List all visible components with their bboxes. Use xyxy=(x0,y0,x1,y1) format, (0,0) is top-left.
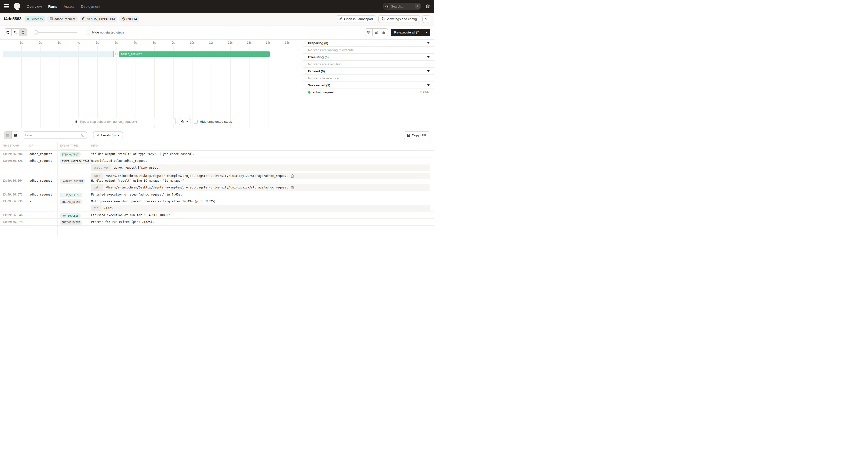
col-header-timestamp[interactable]: TIMESTAMP xyxy=(0,144,27,147)
funnel-icon xyxy=(96,134,99,137)
log-row[interactable]: 13:09:56.306 adhoc_request STEP_OUTPUT Y… xyxy=(0,150,434,157)
storage-path-link[interactable]: /Users/erincochran/Desktop/dagster-examp… xyxy=(105,186,288,189)
dagster-logo[interactable] xyxy=(12,2,21,11)
chevron-up-icon xyxy=(186,120,189,123)
axis-tick-label: 9s xyxy=(172,41,175,44)
step-subset-input-wrap[interactable] xyxy=(72,118,176,125)
log-row[interactable]: 13:09:56.372 adhoc_request STEP_SUCCESS … xyxy=(0,191,434,198)
copy-url-button[interactable]: Copy URL xyxy=(404,132,430,139)
view-tags-config-button[interactable]: View tags and config xyxy=(378,15,420,23)
log-row[interactable]: 13:09:56.364 adhoc_request HANDLED_OUTPU… xyxy=(0,177,434,191)
event-type-badge: ASSET_MATERIALIZAT… xyxy=(60,159,93,164)
tag-icon xyxy=(381,17,385,21)
search-input[interactable] xyxy=(390,5,415,8)
log-toolbar: Levels (5) Copy URL xyxy=(0,128,434,142)
hamburger-menu-icon[interactable] xyxy=(4,4,9,8)
chevron-down-icon xyxy=(117,134,120,136)
gridline xyxy=(154,46,155,128)
panel-section-errored[interactable]: Errored (0) xyxy=(303,68,434,75)
nav-links: Overview Runs Assets Deployment xyxy=(27,4,100,8)
slider-track[interactable] xyxy=(36,32,78,33)
event-type-badge: STEP_SUCCESS xyxy=(60,193,82,197)
axis-tick-label: 1s xyxy=(20,41,23,44)
partial-scrolled-row xyxy=(0,149,434,150)
duration-tag[interactable]: 0:00:14 xyxy=(119,16,139,22)
re-execute-caret-button[interactable] xyxy=(423,29,430,36)
gantt-section: 1s2s3s4s5s6s7s8s9s10s11s12s13s14s15s adh… xyxy=(0,39,434,128)
panel-section-succeeded[interactable]: Succeeded (1) xyxy=(303,82,434,89)
storage-path-link[interactable]: /Users/erincochran/Desktop/dagster-examp… xyxy=(105,174,288,177)
nav-link-runs[interactable]: Runs xyxy=(48,4,58,8)
col-header-info[interactable]: INFO xyxy=(88,144,434,147)
gridline xyxy=(21,46,22,128)
open-in-launchpad-button[interactable]: Open in Launchpad xyxy=(336,15,376,23)
event-type-badge: ENGINE_EVENT xyxy=(60,220,82,225)
col-header-op[interactable]: OP xyxy=(27,144,57,147)
gantt-view-toggle xyxy=(4,28,27,36)
log-table: TIMESTAMP OP EVENT TYPE INFO 13:09:56.30… xyxy=(0,142,434,236)
zoom-slider[interactable] xyxy=(34,29,78,36)
re-execute-all-split-button: Re-execute all (*) xyxy=(391,29,430,36)
log-row[interactable]: 13:09:56.835 - ENGINE_EVENT Multiprocess… xyxy=(0,198,434,211)
gantt-waiting-bar[interactable] xyxy=(3,52,114,57)
nav-link-overview[interactable]: Overview xyxy=(27,4,42,8)
hide-not-started-checkbox[interactable] xyxy=(86,31,90,34)
log-table-header: TIMESTAMP OP EVENT TYPE INFO xyxy=(0,142,434,149)
settings-gear-icon[interactable] xyxy=(426,4,430,9)
waterfall-view-button[interactable] xyxy=(12,29,19,36)
copy-path-icon[interactable] xyxy=(291,186,294,189)
succeeded-step-row[interactable]: adhoc_request 7.934s xyxy=(303,89,434,96)
panel-empty-executing: No steps are executing xyxy=(303,61,434,68)
copy-path-icon[interactable] xyxy=(291,174,294,177)
graph-query-toggle-button[interactable] xyxy=(179,118,191,125)
gridline xyxy=(268,46,269,128)
collapse-top-button[interactable] xyxy=(380,29,388,36)
axis-tick-label: 7s xyxy=(134,41,137,44)
job-grid-icon xyxy=(50,17,53,21)
global-search[interactable]: / xyxy=(383,3,421,10)
flat-view-button[interactable] xyxy=(4,29,12,36)
stopwatch-icon xyxy=(122,17,125,21)
slider-thumb[interactable] xyxy=(34,30,38,34)
nav-link-assets[interactable]: Assets xyxy=(64,4,74,8)
panel-layout-toggle xyxy=(365,28,388,36)
log-row[interactable]: 13:09:56.873 - ENGINE_EVENT Process for … xyxy=(0,218,434,225)
axis-tick-label: 2s xyxy=(39,41,42,44)
hide-unselected-checkbox[interactable] xyxy=(194,120,197,124)
datetime-tag[interactable]: Sep 15, 1:09:42 PM xyxy=(80,16,117,22)
search-icon xyxy=(384,3,390,9)
event-type-badge: STEP_OUTPUT xyxy=(60,152,81,157)
axis-tick-label: 10s xyxy=(190,41,194,44)
section-caret-icon xyxy=(427,70,430,72)
log-empty-space xyxy=(0,225,434,236)
event-type-badge: RUN_SUCCESS xyxy=(60,213,81,218)
raw-view-button[interactable] xyxy=(12,132,19,139)
levels-dropdown-button[interactable]: Levels (5) xyxy=(93,132,123,139)
job-tag[interactable]: adhoc_request xyxy=(47,16,78,22)
gantt-step-bar[interactable]: adhoc_request xyxy=(119,52,270,57)
nav-link-deployment[interactable]: Deployment xyxy=(81,4,100,8)
run-more-actions-button[interactable] xyxy=(422,15,430,23)
step-status-panel: Preparing (0) No steps are waiting to ex… xyxy=(303,39,434,128)
view-asset-link[interactable]: View Asset xyxy=(140,166,158,169)
status-dot-icon xyxy=(27,18,29,20)
section-caret-icon xyxy=(427,56,430,58)
timed-view-button[interactable] xyxy=(19,29,27,36)
axis-tick-label: 15s xyxy=(285,41,289,44)
re-execute-all-button[interactable]: Re-execute all (*) xyxy=(391,29,423,36)
split-panels-button[interactable] xyxy=(373,29,380,36)
section-caret-icon xyxy=(427,42,430,44)
panel-section-preparing[interactable]: Preparing (0) xyxy=(303,39,434,46)
panel-section-executing[interactable]: Executing (0) xyxy=(303,54,434,61)
collapse-bottom-button[interactable] xyxy=(365,29,373,36)
step-subset-input[interactable] xyxy=(80,120,173,124)
log-row[interactable]: 13:09:56.846 - RUN_SUCCESS Finished exec… xyxy=(0,211,434,218)
clear-filter-icon[interactable] xyxy=(81,133,85,137)
log-row[interactable]: 13:09:56.328 adhoc_request ASSET_MATERIA… xyxy=(0,157,434,177)
col-header-event-type[interactable]: EVENT TYPE xyxy=(57,144,88,147)
log-filter-wrap[interactable] xyxy=(23,132,87,139)
layers-diamond-icon xyxy=(181,120,184,124)
log-filter-input[interactable] xyxy=(25,133,80,137)
table-view-button[interactable] xyxy=(4,132,12,139)
step-subset-bar: Hide unselected steps xyxy=(72,118,232,125)
